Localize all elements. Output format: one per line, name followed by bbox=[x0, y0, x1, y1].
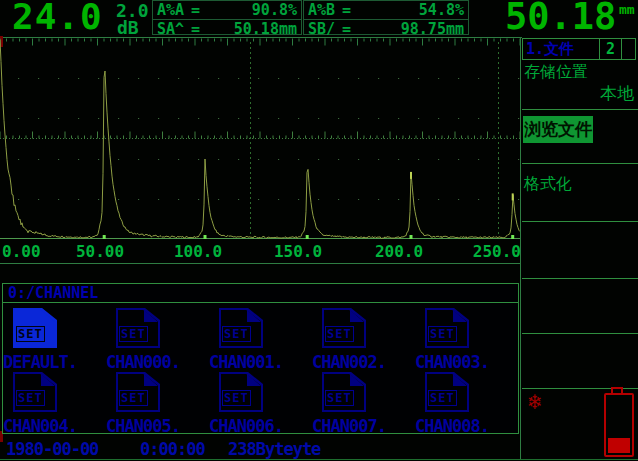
sidebar-item-empty[interactable] bbox=[522, 334, 638, 389]
set-file-icon: SET bbox=[116, 372, 160, 412]
axis-tick-label: 100.0 bbox=[174, 242, 222, 261]
set-icon-label: SET bbox=[119, 390, 148, 406]
file-item[interactable]: SETCHAN004. bbox=[3, 369, 106, 433]
measurement-box-a: A%A = 90.8% SA^ = 50.18mm bbox=[152, 0, 302, 35]
sidebar-item-format[interactable]: 格式化 bbox=[522, 164, 638, 222]
sidebar-menu: 1.文件 2 存储位置 本地 浏览文件 格式化 ❄ bbox=[522, 38, 638, 461]
sidebar-item-empty[interactable] bbox=[522, 279, 638, 334]
file-date: 1980-00-00 bbox=[6, 439, 98, 459]
status-bar: 1980-00-00 0:00:00 238Byteyte bbox=[0, 439, 520, 459]
measurement-value: 50.18mm bbox=[234, 20, 297, 38]
battery-level bbox=[608, 438, 630, 453]
axis-tick-label: 250.0 bbox=[473, 242, 521, 261]
measurement-value: 54.8% bbox=[419, 1, 464, 19]
measurement-box-b: A%B = 54.8% SB/ = 98.75mm bbox=[303, 0, 469, 35]
file-browser-panel: 0:/CHANNEL SETDEFAULT.SETCHAN000.SETCHAN… bbox=[2, 283, 519, 434]
file-item[interactable]: SETCHAN002. bbox=[312, 305, 415, 369]
measurement-label: SA^ bbox=[157, 20, 184, 38]
menu-title: 1.文件 bbox=[523, 40, 599, 59]
set-file-icon: SET bbox=[219, 308, 263, 348]
set-file-icon: SET bbox=[13, 372, 57, 412]
set-icon-label: SET bbox=[428, 390, 457, 406]
file-name: CHAN007. bbox=[312, 416, 386, 436]
axis-underline bbox=[0, 263, 521, 264]
file-item[interactable]: SETCHAN008. bbox=[415, 369, 518, 433]
axis-tick-label: 200.0 bbox=[375, 242, 423, 261]
file-item[interactable]: SETCHAN000. bbox=[106, 305, 209, 369]
equals-sign: = bbox=[342, 1, 351, 19]
gain-value: 24.0 bbox=[12, 0, 103, 37]
measurement-row: SB/ = 98.75mm bbox=[304, 19, 468, 38]
sidebar-item-label: 格式化 bbox=[524, 174, 572, 195]
measurement-value: 90.8% bbox=[252, 1, 297, 19]
sidebar-item-label: 存储位置 bbox=[524, 62, 588, 83]
axis-tick-label: 0.00 bbox=[2, 242, 41, 261]
ascan-svg bbox=[0, 38, 520, 241]
set-icon-label: SET bbox=[222, 326, 251, 342]
set-file-icon: SET bbox=[425, 308, 469, 348]
primary-reading-unit: mm bbox=[619, 2, 635, 17]
set-file-icon: SET bbox=[116, 308, 160, 348]
file-item[interactable]: SETCHAN003. bbox=[415, 305, 518, 369]
set-icon-label: SET bbox=[16, 326, 45, 342]
sidebar-item-browse-files[interactable]: 浏览文件 bbox=[522, 110, 638, 164]
axis-tick-label: 50.00 bbox=[76, 242, 124, 261]
file-name: CHAN005. bbox=[106, 416, 180, 436]
file-item[interactable]: SETCHAN007. bbox=[312, 369, 415, 433]
measurement-label: A%A bbox=[157, 1, 184, 19]
set-icon-label: SET bbox=[16, 390, 45, 406]
set-file-icon: SET bbox=[13, 308, 57, 348]
equals-sign: = bbox=[342, 20, 351, 38]
measurement-row: A%A = 90.8% bbox=[153, 1, 301, 19]
equals-sign: = bbox=[191, 20, 200, 38]
title-end-cell bbox=[622, 39, 635, 59]
instrument-screen: 24.0 2.0 dB A%A = 90.8% SA^ = 50.18mm A%… bbox=[0, 0, 638, 461]
equals-sign: = bbox=[191, 1, 200, 19]
file-time: 0:00:00 bbox=[140, 439, 205, 459]
set-file-icon: SET bbox=[425, 372, 469, 412]
set-file-icon: SET bbox=[219, 372, 263, 412]
menu-page-indicator: 2 bbox=[600, 40, 621, 58]
sidebar-item-empty[interactable] bbox=[522, 222, 638, 279]
measurement-label: SB/ bbox=[308, 20, 335, 38]
sidebar-footer: ❄ bbox=[522, 389, 638, 461]
measurement-row: SA^ = 50.18mm bbox=[153, 19, 301, 38]
file-item[interactable]: SETCHAN001. bbox=[209, 305, 312, 369]
file-path: 0:/CHANNEL bbox=[3, 284, 518, 303]
file-name: CHAN006. bbox=[209, 416, 283, 436]
primary-reading: 50.18 bbox=[505, 0, 616, 38]
set-icon-label: SET bbox=[325, 390, 354, 406]
axis-tick-label: 150.0 bbox=[274, 242, 322, 261]
file-item[interactable]: SETDEFAULT. bbox=[3, 305, 106, 369]
freeze-icon: ❄ bbox=[528, 389, 541, 414]
set-icon-label: SET bbox=[325, 326, 354, 342]
sidebar-item-storage-location[interactable]: 存储位置 本地 bbox=[522, 60, 638, 110]
measurement-row: A%B = 54.8% bbox=[304, 1, 468, 19]
file-name: CHAN004. bbox=[3, 416, 77, 436]
file-name: CHAN008. bbox=[415, 416, 489, 436]
set-icon-label: SET bbox=[119, 326, 148, 342]
set-icon-label: SET bbox=[428, 326, 457, 342]
measurement-value: 98.75mm bbox=[401, 20, 464, 38]
ascan-display bbox=[0, 38, 520, 241]
sidebar-title-bar: 1.文件 2 bbox=[522, 38, 636, 60]
file-item[interactable]: SETCHAN006. bbox=[209, 369, 312, 433]
file-size: 238Byteyte bbox=[228, 439, 320, 459]
file-grid: SETDEFAULT.SETCHAN000.SETCHAN001.SETCHAN… bbox=[3, 303, 518, 433]
sidebar-item-value: 本地 bbox=[600, 82, 634, 105]
battery-low-icon bbox=[604, 393, 634, 457]
depth-axis: 0.0050.00100.0150.0200.0250.0 bbox=[0, 242, 521, 261]
file-item[interactable]: SETCHAN005. bbox=[106, 369, 209, 433]
set-file-icon: SET bbox=[322, 372, 366, 412]
gain-unit-label: dB bbox=[117, 17, 139, 38]
set-file-icon: SET bbox=[322, 308, 366, 348]
measurement-label: A%B bbox=[308, 1, 335, 19]
sidebar-item-label-selected: 浏览文件 bbox=[523, 116, 593, 143]
set-icon-label: SET bbox=[222, 390, 251, 406]
